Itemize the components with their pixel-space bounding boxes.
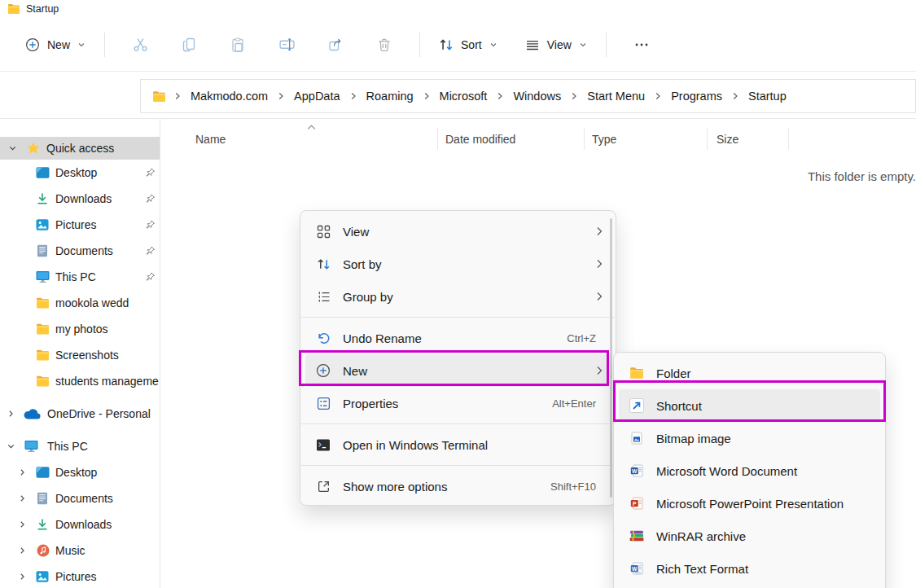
context-menu-item-sort-by[interactable]: Sort by — [305, 248, 611, 280]
breadcrumb-chevron-icon[interactable] — [497, 92, 503, 100]
breadcrumb-segment[interactable]: Startup — [747, 88, 788, 104]
menu-item-label: Microsoft Word Document — [656, 464, 872, 478]
new-submenu: Folder Shortcut Bitmap image W Microsoft… — [613, 352, 886, 588]
breadcrumb-segment[interactable]: Roaming — [365, 88, 415, 104]
sidebar-item-downloads-pc[interactable]: Downloads — [0, 511, 160, 538]
terminal-icon — [315, 439, 331, 451]
sidebar-item-onedrive[interactable]: OneDrive - Personal — [0, 401, 160, 427]
sidebar-item-folder[interactable]: students manageme — [0, 368, 160, 394]
sidebar-item-folder[interactable]: mookola wedd — [0, 290, 160, 316]
share-button[interactable] — [319, 29, 352, 61]
breadcrumb-chevron-icon[interactable] — [174, 92, 181, 100]
submenu-item-shortcut[interactable]: Shortcut — [619, 389, 880, 422]
sidebar-item-label: Music — [55, 544, 85, 557]
chevron-down-icon[interactable] — [8, 144, 17, 153]
paste-button[interactable] — [221, 29, 254, 61]
menu-item-shortcut: Ctrl+Z — [567, 332, 596, 344]
sidebar-section-gap — [0, 394, 160, 401]
address-bar[interactable]: Makmodo.com AppData Roaming Microsoft Wi… — [140, 79, 916, 113]
sidebar-item-downloads[interactable]: Downloads — [0, 186, 160, 212]
chevron-right-icon[interactable] — [7, 410, 15, 419]
breadcrumb-segment[interactable]: Windows — [511, 88, 563, 104]
chevron-right-icon[interactable] — [18, 468, 27, 477]
menu-item-label: Folder — [656, 366, 872, 380]
breadcrumb-chevron-icon[interactable] — [655, 92, 661, 100]
chevron-right-icon[interactable] — [18, 494, 27, 503]
menu-item-shortcut: Alt+Enter — [552, 397, 596, 410]
sidebar-item-folder[interactable]: my photos — [0, 316, 160, 342]
breadcrumb-chevron-icon[interactable] — [571, 92, 577, 100]
breadcrumb-chevron-icon[interactable] — [278, 92, 284, 100]
chevron-right-icon — [596, 366, 603, 375]
view-button[interactable]: View — [517, 30, 595, 59]
menu-item-label: New — [343, 364, 596, 378]
folder-icon — [36, 323, 50, 336]
chevron-right-icon[interactable] — [18, 520, 27, 529]
submenu-item-winrar-archive[interactable]: WinRAR archive — [619, 520, 880, 552]
submenu-item-word-document[interactable]: W Microsoft Word Document — [619, 454, 880, 487]
copy-button[interactable] — [173, 29, 205, 61]
context-menu-item-new[interactable]: New — [305, 354, 611, 387]
context-menu-item-view[interactable]: View — [305, 215, 611, 248]
chevron-down-icon — [489, 41, 497, 49]
breadcrumb-segment[interactable]: Microsoft — [438, 88, 489, 104]
menu-item-label: Rich Text Format — [656, 562, 872, 576]
column-header-type[interactable]: Type — [592, 133, 616, 146]
context-menu-item-properties[interactable]: Properties Alt+Enter — [305, 387, 611, 419]
sidebar-item-this-pc-pinned[interactable]: This PC — [0, 264, 160, 290]
sidebar-item-this-pc[interactable]: This PC — [0, 433, 160, 459]
cut-button[interactable] — [124, 29, 156, 61]
see-more-icon[interactable] — [625, 29, 658, 61]
submenu-item-powerpoint-presentation[interactable]: P Microsoft PowerPoint Presentation — [619, 487, 880, 520]
pictures-icon — [36, 219, 49, 231]
sidebar-item-music-pc[interactable]: Music — [0, 538, 160, 564]
new-button[interactable]: New — [17, 30, 94, 59]
breadcrumb-chevron-icon[interactable] — [423, 92, 430, 100]
group-list-icon — [315, 291, 331, 303]
column-header-name[interactable]: Name — [195, 133, 226, 146]
breadcrumb-chevron-icon[interactable] — [350, 92, 357, 100]
context-menu-item-group-by[interactable]: Group by — [305, 280, 611, 313]
column-header-date-modified[interactable]: Date modified — [445, 133, 515, 146]
context-menu-item-open-in-windows-terminal[interactable]: Open in Windows Terminal — [305, 428, 611, 461]
sort-button[interactable]: Sort — [431, 30, 506, 59]
chevron-right-icon[interactable] — [18, 546, 27, 555]
column-header-size[interactable]: Size — [717, 133, 738, 146]
sidebar-item-desktop-pc[interactable]: Desktop — [0, 459, 160, 485]
context-menu-item-undo-rename[interactable]: Undo Rename Ctrl+Z — [305, 322, 611, 354]
sidebar-item-documents[interactable]: Documents — [0, 238, 160, 264]
sidebar-item-folder[interactable]: Screenshots — [0, 342, 160, 368]
context-menu: View Sort by Group by Undo Rename Ctrl+Z… — [300, 210, 616, 506]
delete-button[interactable] — [368, 29, 401, 61]
powerpoint-icon: P — [629, 497, 645, 510]
documents-icon — [37, 244, 48, 257]
breadcrumb-segment[interactable]: Programs — [669, 88, 724, 104]
breadcrumb-segment[interactable]: AppData — [292, 88, 341, 104]
sidebar-item-pictures[interactable]: Pictures — [0, 212, 160, 238]
chevron-down-icon[interactable] — [7, 442, 15, 451]
submenu-item-rich-text-format[interactable]: W Rich Text Format — [619, 552, 880, 585]
menu-scrollbar[interactable] — [610, 218, 612, 498]
menu-item-label: Shortcut — [656, 399, 872, 413]
folder-icon — [152, 90, 166, 103]
context-menu-item-show-more-options[interactable]: Show more options Shift+F10 — [305, 470, 611, 502]
menu-item-label: Bitmap image — [656, 432, 872, 445]
menu-item-label: Properties — [343, 397, 552, 410]
sidebar-item-desktop[interactable]: Desktop — [0, 160, 160, 186]
breadcrumb-segment[interactable]: Makmodo.com — [189, 88, 270, 104]
submenu-item-bitmap-image[interactable]: Bitmap image — [619, 422, 880, 454]
pin-icon — [145, 246, 156, 257]
submenu-item-folder[interactable]: Folder — [619, 357, 880, 389]
sidebar-item-pictures-pc[interactable]: Pictures — [0, 564, 160, 588]
chevron-right-icon[interactable] — [18, 573, 27, 581]
rename-button[interactable] — [270, 29, 303, 61]
menu-item-label: Microsoft PowerPoint Presentation — [656, 497, 872, 511]
menu-item-label: Show more options — [343, 480, 550, 494]
chevron-right-icon — [596, 226, 603, 236]
sidebar-item-documents-pc[interactable]: Documents — [0, 485, 160, 511]
breadcrumb-segment[interactable]: Start Menu — [585, 88, 646, 104]
toolbar-divider — [606, 33, 607, 57]
breadcrumb-chevron-icon[interactable] — [732, 92, 738, 100]
sidebar-item-quick-access[interactable]: Quick access — [0, 137, 160, 160]
sidebar-item-label: Desktop — [55, 166, 97, 179]
